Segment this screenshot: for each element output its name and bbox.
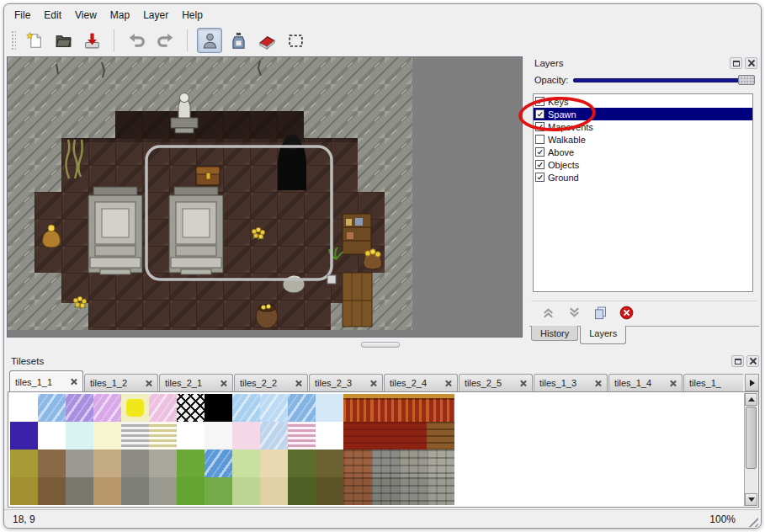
tile-0-7[interactable] <box>205 394 232 422</box>
tile-3-14[interactable] <box>399 477 427 505</box>
tile-3-4[interactable] <box>121 477 149 505</box>
close-tab-icon[interactable] <box>370 380 377 386</box>
tileset-tab-tiles_1_3[interactable]: tiles_1_3 <box>534 374 608 391</box>
eraser-tool-button[interactable] <box>254 28 279 53</box>
tile-1-8[interactable] <box>232 422 260 450</box>
tile-1-1[interactable] <box>38 422 66 450</box>
tile-2-15[interactable] <box>427 450 454 477</box>
tile-1-13[interactable] <box>371 422 399 450</box>
tile-3-7[interactable] <box>205 477 232 505</box>
tile-2-3[interactable] <box>93 450 121 477</box>
tile-3-9[interactable] <box>260 477 288 505</box>
tile-1-14[interactable] <box>399 422 427 450</box>
tile-2-11[interactable] <box>316 450 343 477</box>
menu-layer[interactable]: Layer <box>136 7 175 24</box>
layer-row-keys[interactable]: Keys <box>534 95 752 108</box>
tile-0-6[interactable] <box>177 394 205 422</box>
tile-2-0[interactable] <box>10 450 38 477</box>
tile-0-5[interactable] <box>149 394 177 422</box>
tile-1-2[interactable] <box>66 422 93 450</box>
selection-resize-handle[interactable] <box>327 275 336 284</box>
close-panel-button[interactable] <box>745 57 757 69</box>
select-tool-button[interactable] <box>283 28 308 53</box>
tile-2-8[interactable] <box>232 450 260 477</box>
tile-0-2[interactable] <box>66 394 93 422</box>
open-file-button[interactable] <box>50 28 76 53</box>
tile-1-4[interactable] <box>121 422 149 450</box>
menu-map[interactable]: Map <box>104 7 136 24</box>
move-layer-up-button[interactable] <box>538 304 558 322</box>
undock-tilesets-button[interactable] <box>731 355 744 367</box>
layer-row-above[interactable]: Above <box>534 146 752 158</box>
tile-3-0[interactable] <box>10 477 38 505</box>
tile-0-15[interactable] <box>427 394 454 422</box>
tile-1-7[interactable] <box>205 422 232 450</box>
tile-3-10[interactable] <box>288 477 316 505</box>
undo-button[interactable] <box>124 28 149 53</box>
layer-visibility-checkbox[interactable] <box>535 173 545 182</box>
tile-1-9[interactable] <box>260 422 288 450</box>
tile-2-5[interactable] <box>149 450 177 477</box>
map-view[interactable] <box>7 56 523 338</box>
tile-2-1[interactable] <box>38 450 66 477</box>
tile-1-0[interactable] <box>10 422 38 450</box>
tileset-tab-tiles_2_1[interactable]: tiles_2_1 <box>159 374 233 391</box>
layer-row-spawn[interactable]: Spawn <box>534 108 752 120</box>
close-tab-icon[interactable] <box>71 379 77 386</box>
layer-visibility-checkbox[interactable] <box>535 135 545 144</box>
tile-2-6[interactable] <box>177 450 205 477</box>
tile-2-14[interactable] <box>399 450 427 477</box>
new-file-button[interactable] <box>22 28 47 53</box>
close-tab-icon[interactable] <box>520 380 527 386</box>
tileset-tab-tiles_1_1[interactable]: tiles_1_1 <box>9 370 83 391</box>
layer-visibility-checkbox[interactable] <box>535 109 545 119</box>
tab-history[interactable]: History <box>531 326 578 341</box>
tile-2-7[interactable] <box>205 450 232 477</box>
tileset-tab-tiles_2_4[interactable]: tiles_2_4 <box>384 374 458 391</box>
close-tab-icon[interactable] <box>220 380 227 386</box>
tileset-tab-tiles_2_2[interactable]: tiles_2_2 <box>234 374 308 391</box>
tile-3-13[interactable] <box>371 477 399 505</box>
redo-button[interactable] <box>152 28 178 53</box>
tile-3-2[interactable] <box>66 477 93 505</box>
tileset-tab-tiles_2_5[interactable]: tiles_2_5 <box>459 374 533 391</box>
tile-1-5[interactable] <box>149 422 177 450</box>
opacity-slider[interactable] <box>573 73 755 87</box>
layer-visibility-checkbox[interactable] <box>535 122 545 131</box>
tile-2-9[interactable] <box>260 450 288 477</box>
tile-0-4[interactable] <box>121 394 149 422</box>
save-file-button[interactable] <box>79 28 104 53</box>
tile-2-2[interactable] <box>66 450 93 477</box>
menu-help[interactable]: Help <box>175 7 210 24</box>
scrollbar-thumb[interactable] <box>746 407 757 469</box>
tileset-tab-tiles_1_2[interactable]: tiles_1_2 <box>84 374 158 391</box>
tile-3-12[interactable] <box>343 477 371 505</box>
tile-1-12[interactable] <box>343 422 371 450</box>
opacity-slider-handle[interactable] <box>738 75 755 85</box>
tile-2-10[interactable] <box>288 450 316 477</box>
spawn-tool-button[interactable] <box>197 28 222 53</box>
tile-0-12[interactable] <box>343 394 371 422</box>
tileset-tab-tiles_2_3[interactable]: tiles_2_3 <box>309 374 383 391</box>
opacity-slider-track[interactable] <box>573 78 753 82</box>
close-tab-icon[interactable] <box>670 380 677 386</box>
tile-3-8[interactable] <box>232 477 260 505</box>
tile-0-14[interactable] <box>399 394 427 422</box>
tile-0-11[interactable] <box>316 394 343 422</box>
tile-2-4[interactable] <box>121 450 149 477</box>
close-tab-icon[interactable] <box>445 380 452 386</box>
tile-3-1[interactable] <box>38 477 66 505</box>
scroll-up-button[interactable] <box>745 393 757 406</box>
tile-3-3[interactable] <box>93 477 121 505</box>
layer-visibility-checkbox[interactable] <box>535 147 545 157</box>
tile-0-10[interactable] <box>288 394 316 422</box>
tile-1-10[interactable] <box>288 422 316 450</box>
layer-row-walkable[interactable]: Walkable <box>534 133 752 146</box>
tile-0-0[interactable] <box>10 394 38 422</box>
tile-0-1[interactable] <box>38 394 66 422</box>
tile-2-13[interactable] <box>371 450 399 477</box>
layer-visibility-checkbox[interactable] <box>535 160 545 169</box>
tile-1-15[interactable] <box>427 422 454 450</box>
undock-panel-button[interactable] <box>730 57 742 69</box>
splitter-handle[interactable] <box>361 342 400 348</box>
